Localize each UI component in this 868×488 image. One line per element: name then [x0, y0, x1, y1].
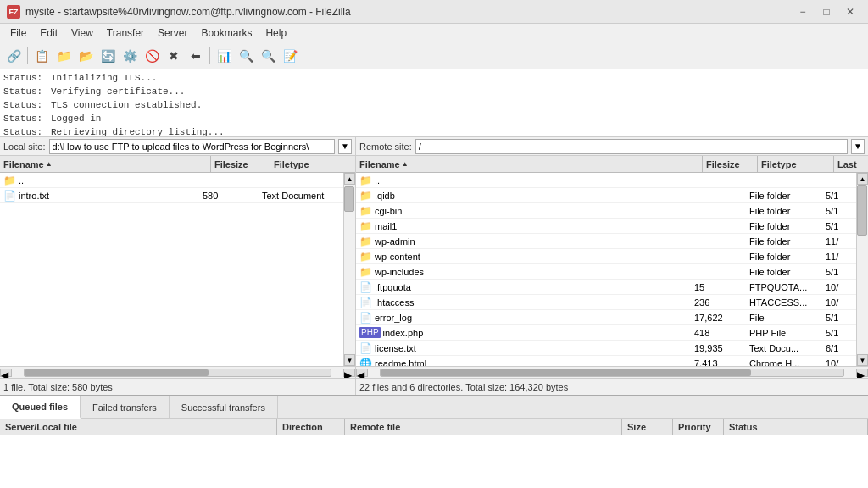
remote-vscroll[interactable]: ▲ ▼ [856, 173, 868, 366]
tab-successful-transfers[interactable]: Successful transfers [170, 396, 278, 418]
toolbar-btn-7[interactable]: ✖ [164, 46, 184, 66]
toolbar-btn-6[interactable]: 🚫 [142, 46, 162, 66]
toolbar-btn-4[interactable]: 🔄 [97, 46, 118, 66]
toolbar-sep-1 [27, 47, 28, 64]
remote-col-filename[interactable]: Filename▲ [356, 156, 703, 172]
toolbar-btn-10[interactable]: 🔍 [236, 46, 256, 66]
toolbar-btn-3[interactable]: 📂 [75, 46, 96, 66]
status-value-4: Logged in [51, 112, 101, 125]
menu-file[interactable]: File [3, 25, 33, 41]
window-controls: − □ ✕ [792, 3, 861, 20]
menu-bookmarks[interactable]: Bookmarks [194, 25, 259, 41]
local-scroll-down[interactable]: ▼ [344, 354, 355, 366]
remote-scroll-track-h [380, 369, 844, 377]
close-button[interactable]: ✕ [839, 3, 861, 20]
status-label-5: Status: [3, 125, 46, 137]
remote-file-row[interactable]: 📁.qidb File folder 5/1 [356, 188, 856, 203]
queue-header: Server/Local file Direction Remote file … [0, 419, 868, 435]
toolbar-btn-12[interactable]: 📝 [280, 46, 300, 66]
local-scroll-track [344, 185, 355, 354]
remote-site-path[interactable] [415, 139, 848, 154]
app-icon: FZ [7, 5, 20, 19]
local-vscroll[interactable]: ▲ ▼ [343, 173, 355, 366]
status-value-1: Initializing TLS... [51, 71, 157, 85]
menu-edit[interactable]: Edit [33, 25, 64, 41]
remote-scroll-thumb[interactable] [857, 185, 867, 236]
remote-file-row[interactable]: 🌐readme.html 7,413 Chrome H... 10/ [356, 356, 856, 366]
menu-transfer[interactable]: Transfer [100, 25, 151, 41]
remote-scroll-thumb-h[interactable] [381, 369, 751, 376]
remote-file-row[interactable]: 📁mail1 File folder 5/1 [356, 219, 856, 234]
status-value-3: TLS connection established. [51, 98, 202, 112]
remote-site-dropdown[interactable]: ▼ [851, 139, 865, 154]
local-status: 1 file. Total size: 580 bytes [0, 378, 355, 395]
status-label-3: Status: [3, 98, 46, 112]
remote-site-bar: Remote site: ▼ [356, 137, 868, 156]
local-panel: Local site: ▼ Filename▲ Filesize Filetyp… [0, 137, 356, 395]
remote-col-filesize[interactable]: Filesize [703, 156, 758, 172]
local-file-row[interactable]: 📁.. [0, 173, 343, 188]
remote-file-row[interactable]: 📄error_log 17,622 File 5/1 [356, 310, 856, 325]
menu-help[interactable]: Help [259, 25, 293, 41]
toolbar-btn-9[interactable]: 📊 [214, 46, 234, 66]
toolbar-btn-5[interactable]: ⚙️ [120, 46, 140, 66]
local-scroll-left[interactable]: ◀ [0, 369, 12, 377]
status-line-1: Status: Initializing TLS... [3, 71, 865, 85]
local-scroll-up[interactable]: ▲ [344, 173, 355, 185]
toolbar: 🔗 📋 📁 📂 🔄 ⚙️ 🚫 ✖ ⬅ 📊 🔍 🔍 📝 [0, 42, 868, 69]
remote-col-date[interactable]: Last [834, 156, 868, 172]
remote-scroll-up[interactable]: ▲ [857, 173, 868, 185]
menu-bar: File Edit View Transfer Server Bookmarks… [0, 24, 868, 42]
menu-view[interactable]: View [64, 25, 100, 41]
local-scroll-right[interactable]: ▶ [343, 369, 355, 377]
remote-file-row[interactable]: 📁wp-includes File folder 5/1 [356, 264, 856, 280]
remote-status: 22 files and 6 directories. Total size: … [356, 378, 868, 395]
local-file-list-header: Filename▲ Filesize Filetype [0, 156, 355, 173]
local-hscroll: ◀ ▶ [0, 366, 355, 378]
queue-col-server: Server/Local file [0, 419, 277, 435]
local-site-bar: Local site: ▼ [0, 137, 355, 156]
toolbar-btn-8[interactable]: ⬅ [186, 46, 206, 66]
menu-server[interactable]: Server [151, 25, 194, 41]
window-title: mysite - startawpsite%40rvlivingnow.com@… [25, 6, 351, 18]
maximize-button[interactable]: □ [815, 3, 837, 20]
remote-file-row[interactable]: 📁wp-admin File folder 11/ [356, 234, 856, 249]
status-line-4: Status: Logged in [3, 112, 865, 125]
remote-scroll-down[interactable]: ▼ [857, 354, 868, 366]
status-label-2: Status: [3, 85, 46, 98]
remote-file-row[interactable]: 📁cgi-bin File folder 5/1 [356, 203, 856, 219]
remote-scroll-right[interactable]: ▶ [856, 369, 868, 377]
minimize-button[interactable]: − [792, 3, 814, 20]
remote-file-row[interactable]: 📄.ftpquota 15 FTPQUOTA... 10/ [356, 280, 856, 295]
toolbar-btn-1[interactable]: 📋 [31, 46, 52, 66]
local-file-row[interactable]: 📄intro.txt 580 Text Document [0, 188, 343, 203]
local-site-path[interactable] [49, 139, 335, 154]
tab-failed-transfers[interactable]: Failed transfers [81, 396, 170, 418]
local-site-dropdown[interactable]: ▼ [338, 139, 352, 154]
status-line-2: Status: Verifying certificate... [3, 85, 865, 98]
tab-queued-files[interactable]: Queued files [0, 396, 81, 419]
remote-file-list-header: Filename▲ Filesize Filetype Last [356, 156, 868, 173]
remote-file-row[interactable]: 📄.htaccess 236 HTACCESS... 10/ [356, 295, 856, 310]
local-col-filename[interactable]: Filename▲ [0, 156, 211, 172]
local-scroll-thumb[interactable] [344, 186, 354, 212]
main-area: Status: Initializing TLS... Status: Veri… [0, 69, 868, 488]
remote-file-row[interactable]: 📄license.txt 19,935 Text Docu... 6/1 [356, 341, 856, 356]
toolbar-btn-11[interactable]: 🔍 [258, 46, 278, 66]
local-scroll-track-h [24, 369, 331, 377]
toolbar-btn-2[interactable]: 📁 [53, 46, 74, 66]
local-scroll-thumb-h[interactable] [25, 369, 209, 376]
local-site-label: Local site: [3, 141, 46, 152]
local-col-filesize[interactable]: Filesize [211, 156, 270, 172]
remote-file-row[interactable]: 📁wp-content File folder 11/ [356, 249, 856, 264]
remote-panel: Remote site: ▼ Filename▲ Filesize Filety… [356, 137, 868, 395]
queue-area: Queued files Failed transfers Successful… [0, 395, 868, 488]
remote-scroll-left[interactable]: ◀ [356, 369, 368, 377]
queue-tabs: Queued files Failed transfers Successful… [0, 396, 868, 419]
remote-file-row[interactable]: PHPindex.php 418 PHP File 5/1 [356, 325, 856, 341]
local-file-list: 📁.. 📄intro.txt 580 Text Document [0, 173, 343, 366]
remote-col-filetype[interactable]: Filetype [758, 156, 834, 172]
local-col-filetype[interactable]: Filetype [270, 156, 355, 172]
remote-file-row[interactable]: 📁.. [356, 173, 856, 188]
toolbar-connect[interactable]: 🔗 [3, 46, 24, 66]
